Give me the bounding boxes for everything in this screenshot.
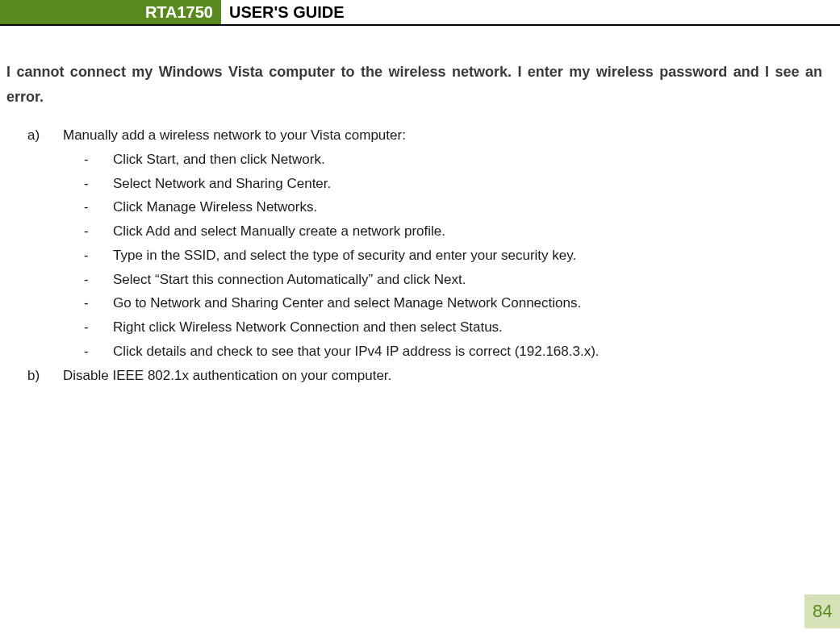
page-content: I cannot connect my Windows Vista comput… <box>0 26 840 387</box>
sublist-item: - Click details and check to see that yo… <box>84 340 822 364</box>
list-item: a) Manually add a wireless network to yo… <box>27 123 822 148</box>
sublist-marker: - <box>84 291 113 315</box>
main-list: a) Manually add a wireless network to yo… <box>6 123 822 387</box>
sublist-item: - Type in the SSID, and select the type … <box>84 244 822 268</box>
sublist-marker: - <box>84 195 113 219</box>
sublist-marker: - <box>84 172 113 196</box>
sublist-text: Type in the SSID, and select the type of… <box>113 244 822 268</box>
sublist-text: Select “Start this connection Automatica… <box>113 268 822 292</box>
list-text: Manually add a wireless network to your … <box>63 123 822 148</box>
sublist-marker: - <box>84 315 113 340</box>
sublist-item: - Click Add and select Manually create a… <box>84 219 822 244</box>
issue-heading: I cannot connect my Windows Vista comput… <box>6 60 822 109</box>
list-item: b) Disable IEEE 802.1x authentication on… <box>27 364 822 388</box>
list-marker: a) <box>27 123 63 148</box>
sublist-item: - Click Start, and then click Network. <box>84 148 822 172</box>
sublist-text: Click Start, and then click Network. <box>113 148 822 172</box>
sublist-marker: - <box>84 219 113 244</box>
sublist-item: - Go to Network and Sharing Center and s… <box>84 291 822 315</box>
sublist-text: Right click Wireless Network Connection … <box>113 315 822 340</box>
sublist-marker: - <box>84 148 113 172</box>
sublist-item: - Right click Wireless Network Connectio… <box>84 315 822 340</box>
sublist-marker: - <box>84 268 113 292</box>
sublist-text: Click details and check to see that your… <box>113 340 822 364</box>
sublist-text: Go to Network and Sharing Center and sel… <box>113 291 822 315</box>
sublist-marker: - <box>84 244 113 268</box>
header-brand-bar <box>0 0 165 24</box>
header-title: USER'S GUIDE <box>221 0 353 24</box>
header-model: RTA1750 <box>165 0 221 24</box>
sublist-marker: - <box>84 340 113 364</box>
sublist-item: - Click Manage Wireless Networks. <box>84 195 822 219</box>
sublist-text: Click Manage Wireless Networks. <box>113 195 822 219</box>
header-row: RTA1750 USER'S GUIDE <box>0 0 840 26</box>
list-marker: b) <box>27 364 63 388</box>
sublist-item: - Select “Start this connection Automati… <box>84 268 822 292</box>
sublist-text: Click Add and select Manually create a n… <box>113 219 822 244</box>
sublist: - Click Start, and then click Network. -… <box>27 148 822 364</box>
sublist-text: Select Network and Sharing Center. <box>113 172 822 196</box>
sublist-item: - Select Network and Sharing Center. <box>84 172 822 196</box>
page-number: 84 <box>804 594 840 628</box>
list-text: Disable IEEE 802.1x authentication on yo… <box>63 364 822 388</box>
